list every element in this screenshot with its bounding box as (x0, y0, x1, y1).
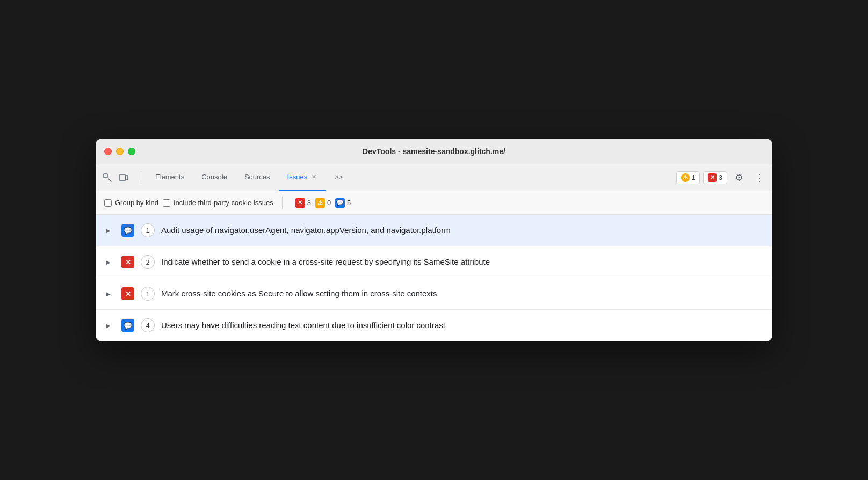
tab-elements[interactable]: Elements (147, 164, 193, 191)
device-toolbar-button[interactable] (116, 170, 131, 185)
issue-count-3: 1 (141, 287, 155, 301)
issue-type-icon-2: ✕ (121, 256, 134, 268)
issues-list: ▶ 💬 1 Audit usage of navigator.userAgent… (96, 215, 772, 341)
expand-arrow-4: ▶ (106, 323, 115, 329)
more-options-button[interactable]: ⋮ (751, 169, 768, 186)
issue-type-icon-4: 💬 (121, 319, 134, 332)
group-by-kind-label[interactable]: Group by kind (104, 199, 158, 207)
tabs-container: Elements Console Sources Issues ✕ >> (147, 164, 351, 191)
third-party-checkbox[interactable] (163, 199, 170, 207)
window-title: DevTools - samesite-sandbox.glitch.me/ (363, 147, 505, 156)
warning-icon: ⚠ (681, 173, 690, 182)
third-party-label[interactable]: Include third-party cookie issues (163, 199, 273, 207)
info-badge-icon: 💬 (335, 198, 345, 208)
devtools-toolbar: Elements Console Sources Issues ✕ >> ⚠ 1 (96, 164, 772, 191)
tab-more[interactable]: >> (326, 164, 351, 191)
info-count-badge: 💬 5 (335, 198, 351, 208)
warning-badge-button[interactable]: ⚠ 1 (676, 171, 700, 184)
filter-group: Group by kind Include third-party cookie… (104, 199, 273, 207)
group-by-kind-checkbox[interactable] (104, 199, 112, 207)
warn-count-badge: ⚠ 0 (315, 198, 331, 208)
more-options-icon: ⋮ (755, 172, 764, 184)
svg-rect-1 (120, 174, 125, 181)
error-icon: ✕ (708, 173, 717, 182)
inspect-element-button[interactable] (100, 170, 115, 185)
issue-row-2[interactable]: ▶ ✕ 2 Indicate whether to send a cookie … (96, 246, 772, 278)
expand-arrow-1: ▶ (106, 228, 115, 234)
tab-sources[interactable]: Sources (236, 164, 279, 191)
filter-counts: ✕ 3 ⚠ 0 💬 5 (295, 198, 351, 208)
maximize-button[interactable] (128, 148, 135, 155)
close-button[interactable] (104, 148, 112, 155)
tab-issues-close[interactable]: ✕ (310, 173, 317, 181)
error-badge-icon: ✕ (295, 198, 305, 208)
error-badge-button[interactable]: ✕ 3 (703, 171, 727, 184)
expand-arrow-2: ▶ (106, 259, 115, 265)
traffic-lights (104, 148, 135, 155)
issue-text-2: Indicate whether to send a cookie in a c… (161, 256, 490, 268)
issue-count-2: 2 (141, 255, 155, 269)
issue-count-1: 1 (141, 223, 155, 237)
filter-divider (282, 197, 283, 209)
issue-type-icon-1: 💬 (121, 224, 134, 237)
minimize-button[interactable] (116, 148, 124, 155)
toolbar-right: ⚠ 1 ✕ 3 ⚙ ⋮ (676, 169, 768, 186)
issue-text-1: Audit usage of navigator.userAgent, navi… (161, 224, 451, 237)
issue-row-4[interactable]: ▶ 💬 4 Users may have difficulties readin… (96, 310, 772, 341)
svg-rect-2 (126, 176, 128, 180)
tab-issues[interactable]: Issues ✕ (279, 164, 327, 191)
toolbar-icons (100, 170, 131, 185)
expand-arrow-3: ▶ (106, 291, 115, 297)
gear-icon: ⚙ (735, 172, 743, 184)
issue-text-4: Users may have difficulties reading text… (161, 319, 445, 332)
tab-console[interactable]: Console (193, 164, 236, 191)
error-count-badge: ✕ 3 (295, 198, 311, 208)
issue-text-3: Mark cross-site cookies as Secure to all… (161, 288, 437, 300)
toolbar-divider-1 (141, 171, 141, 184)
issue-count-4: 4 (141, 318, 155, 332)
devtools-window: DevTools - samesite-sandbox.glitch.me/ E (96, 139, 772, 341)
warn-badge-icon: ⚠ (315, 198, 325, 208)
issue-type-icon-3: ✕ (121, 287, 134, 300)
settings-button[interactable]: ⚙ (730, 169, 748, 186)
svg-rect-0 (104, 174, 107, 178)
issue-row-3[interactable]: ▶ ✕ 1 Mark cross-site cookies as Secure … (96, 278, 772, 310)
issue-row-1[interactable]: ▶ 💬 1 Audit usage of navigator.userAgent… (96, 215, 772, 246)
filter-bar: Group by kind Include third-party cookie… (96, 191, 772, 215)
title-bar: DevTools - samesite-sandbox.glitch.me/ (96, 139, 772, 164)
